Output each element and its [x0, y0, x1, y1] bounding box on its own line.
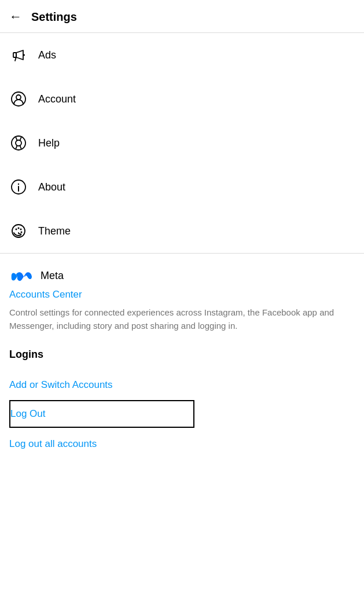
- ads-label: Ads: [38, 49, 56, 61]
- log-out-all-link[interactable]: Log out all accounts: [9, 430, 355, 458]
- add-switch-accounts-link[interactable]: Add or Switch Accounts: [9, 372, 355, 398]
- svg-line-8: [16, 146, 17, 149]
- svg-point-14: [16, 229, 17, 230]
- svg-point-1: [23, 54, 25, 56]
- svg-point-16: [20, 229, 22, 230]
- menu-item-about[interactable]: About: [0, 165, 364, 209]
- meta-wordmark: Meta: [41, 270, 64, 282]
- svg-line-7: [20, 138, 21, 141]
- settings-menu: Ads Account Help: [0, 33, 364, 253]
- svg-point-17: [21, 232, 23, 233]
- accounts-center-description: Control settings for connected experienc…: [9, 306, 355, 332]
- help-label: Help: [38, 137, 60, 149]
- svg-point-3: [16, 95, 21, 100]
- about-icon: [9, 178, 28, 196]
- menu-item-account[interactable]: Account: [0, 77, 364, 121]
- meta-logo-icon: [9, 270, 38, 282]
- menu-item-theme[interactable]: Theme: [0, 209, 364, 253]
- ads-icon: [9, 46, 28, 64]
- logins-heading: Logins: [9, 349, 355, 361]
- log-out-link[interactable]: Log Out: [10, 408, 193, 420]
- svg-line-9: [20, 146, 21, 149]
- svg-point-4: [12, 136, 25, 150]
- svg-point-5: [16, 140, 21, 146]
- back-button[interactable]: ←: [9, 9, 22, 24]
- logout-box: Log Out: [9, 400, 194, 428]
- svg-line-6: [16, 138, 17, 141]
- help-icon: [9, 134, 28, 152]
- logins-section: Logins Add or Switch Accounts Log Out Lo…: [0, 349, 364, 458]
- theme-icon: [9, 222, 28, 240]
- svg-point-11: [18, 184, 19, 185]
- menu-item-help[interactable]: Help: [0, 121, 364, 165]
- meta-logo: Meta: [9, 270, 355, 282]
- about-label: About: [38, 181, 65, 193]
- svg-point-15: [18, 228, 20, 229]
- theme-label: Theme: [38, 225, 71, 237]
- account-label: Account: [38, 93, 76, 105]
- settings-header: ← Settings: [0, 0, 364, 33]
- menu-item-ads[interactable]: Ads: [0, 33, 364, 77]
- page-title: Settings: [31, 10, 77, 24]
- back-arrow-icon: ←: [9, 9, 22, 24]
- meta-section: Meta Accounts Center Control settings fo…: [0, 254, 364, 332]
- accounts-center-link[interactable]: Accounts Center: [9, 289, 355, 300]
- account-icon: [9, 90, 28, 108]
